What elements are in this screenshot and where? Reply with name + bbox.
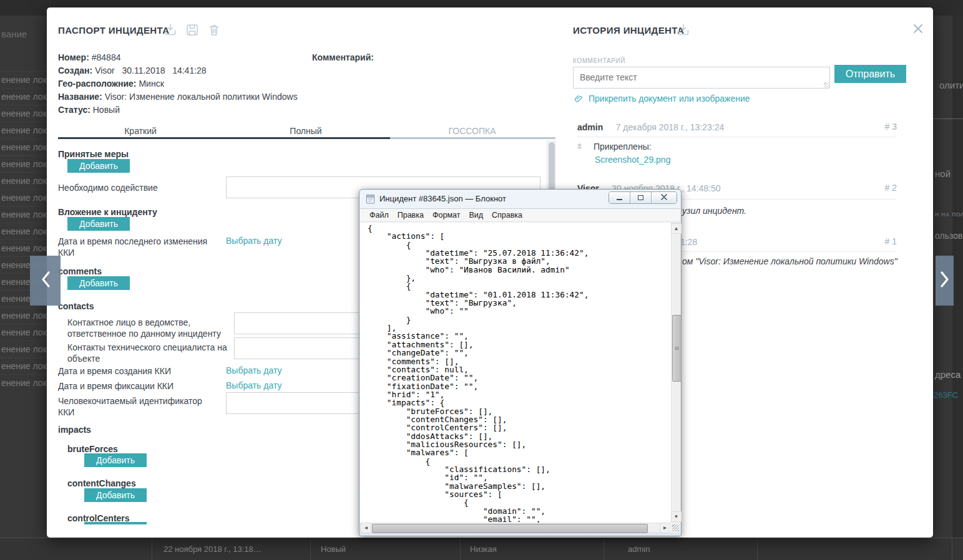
close-window-button[interactable] [651,192,677,203]
table-row: енение лока... [0,71,47,88]
cell-created: 22 ноября 2018 г., 13:18… [164,544,262,554]
tab-kratkiy[interactable]: Краткий [58,126,223,136]
field-value: Новый [93,105,120,115]
download-icon[interactable] [676,22,691,37]
minimize-button[interactable] [609,192,630,203]
add-comment-button[interactable]: Добавить [67,276,130,290]
tab-polnyy[interactable]: Полный [223,126,389,136]
scroll-up-arrow[interactable]: ▲ [671,223,682,234]
comment-input-wrap [573,67,830,89]
menu-item[interactable]: Справка [487,210,527,221]
background-table-rows: енение лока...енение лока...енение лока.… [0,71,47,391]
attach-document-label: Прикрепить документ или изображение [589,94,750,104]
column-divider [757,538,758,560]
scroll-down-arrow[interactable]: ▼ [671,511,682,522]
menu-item[interactable]: Правка [393,210,428,221]
table-row: енение лока... [0,155,47,172]
save-icon[interactable] [185,22,200,37]
field-created: Создан: Visor 30.11.2018 14:41:28 [58,65,207,75]
tab-underline-inactive [58,137,390,139]
background-fragment: дреса у [935,369,963,380]
pick-date-link-last-change[interactable]: Выбрать дату [226,236,282,246]
entry-number: # 1 [885,236,897,246]
trash-icon[interactable] [207,22,222,37]
menu-item[interactable]: Формат [428,210,464,221]
close-icon [661,194,667,201]
table-row: енение лока... [0,223,47,239]
contacts-key-label: contacts [58,301,94,312]
next-incident-button[interactable] [936,256,954,306]
column-divider [604,538,604,560]
table-row: енение лока... [0,324,47,340]
minimize-icon [617,199,622,200]
vscrollbar-thumb[interactable] [672,315,682,382]
tab-gossopka[interactable]: ГОССОПКА [389,126,555,136]
table-row: енение лока... [0,88,47,105]
entry-user: admin [577,122,603,132]
resize-grip[interactable] [824,82,829,88]
add-controlcenter-button[interactable]: Добавить [84,522,147,524]
menu-item[interactable]: Вид [464,210,487,221]
add-bruteforce-button[interactable]: Добавить [84,453,147,467]
prev-incident-button[interactable] [30,256,61,306]
attach-document-link[interactable]: Прикрепить документ или изображение [574,94,750,104]
hscrollbar-thumb[interactable] [372,524,648,533]
scroll-right-arrow[interactable]: ► [660,523,670,533]
notepad-hscrollbar[interactable]: ◄ ► [360,523,671,533]
field-value: Visor 30.11.2018 14:41:28 [95,65,207,75]
scroll-left-arrow[interactable]: ◄ [361,523,371,533]
comments-key-label: comments [58,266,102,277]
add-measure-button[interactable]: Добавить [67,159,130,173]
field-label: Номер: [58,52,89,62]
notepad-menubar: ФайлПравкаФорматВидСправка [360,208,680,222]
table-row: енение лока... [0,105,47,122]
history-entry: admin 7 декабря 2018 г., 13:23:24 # 3 [577,122,897,137]
background-column-header-fragment: вание [1,29,27,39]
notepad-text-area[interactable]: { "actions": [ { "datetime": "25.07.2018… [360,223,671,523]
contact-person-label: Контактное лицо в ведомстве, ответственн… [67,317,237,339]
taken-measures-label: Принятые меры [58,148,129,160]
column-divider [952,538,952,560]
field-name: Название: Visor: Изменение локальной пол… [58,92,298,102]
menu-item[interactable]: Файл [365,210,393,221]
pick-date-link-creation[interactable]: Выбрать дату [226,365,282,375]
pick-date-link-fixation[interactable]: Выбрать дату [226,380,282,390]
chevron-left-icon [41,271,51,291]
hrid-label: Человекочитаемый идентификатор ККИ [58,395,214,418]
add-attachment-button[interactable]: Добавить [67,217,130,231]
add-contentchange-button[interactable]: Добавить [84,488,147,502]
last-change-label: Дата и время последнего изменения ККИ [58,236,223,258]
attachment-file-link[interactable]: Screenshot_29.png [595,155,670,165]
background-fragment: Н НА ПОЛЬ [935,211,963,218]
table-row: енение лока... [0,189,47,206]
column-divider [310,538,311,560]
background-hash-fragment: 263FC [934,390,958,400]
tech-contact-label: Контакты технического специалиста на объ… [67,342,230,364]
fixation-date-label: Дата и время фиксации ККИ [58,380,174,392]
table-row: енение лока... [0,357,47,374]
field-label: Название: [58,92,102,102]
entry-text-fragment: узил инцидент. [682,206,746,216]
json-content[interactable]: { "actions": [ { "datetime": "25.07.2018… [360,223,671,523]
chevron-right-icon [940,271,950,291]
field-status: Статус: Новый [58,105,120,115]
window-resize-grip[interactable] [670,522,680,533]
download-icon[interactable] [163,22,178,37]
entry-number: # 3 [885,122,897,132]
background-fragment: ной [935,168,951,179]
background-fragment: олитик [939,80,963,90]
notepad-vscrollbar[interactable]: ▲ ▼ [671,223,681,523]
entry-divider [577,137,897,137]
window-title: Инцидент #83645.json — Блокнот [379,194,506,203]
maximize-button[interactable] [630,192,651,203]
field-value: Visor: Изменение локальной политики Wind… [105,92,298,102]
attachment-marker-icon: ± [577,141,582,150]
field-number: Номер: #84884 [58,52,120,62]
send-button[interactable]: Отправить [834,65,906,83]
comment-input[interactable] [573,67,830,89]
close-icon[interactable] [913,24,923,36]
cell-severity: Низкая [470,544,497,554]
notepad-window: Инцидент #83645.json — Блокнот ФайлПравк… [359,189,682,536]
column-divider [460,538,461,560]
paperclip-icon [574,94,584,104]
